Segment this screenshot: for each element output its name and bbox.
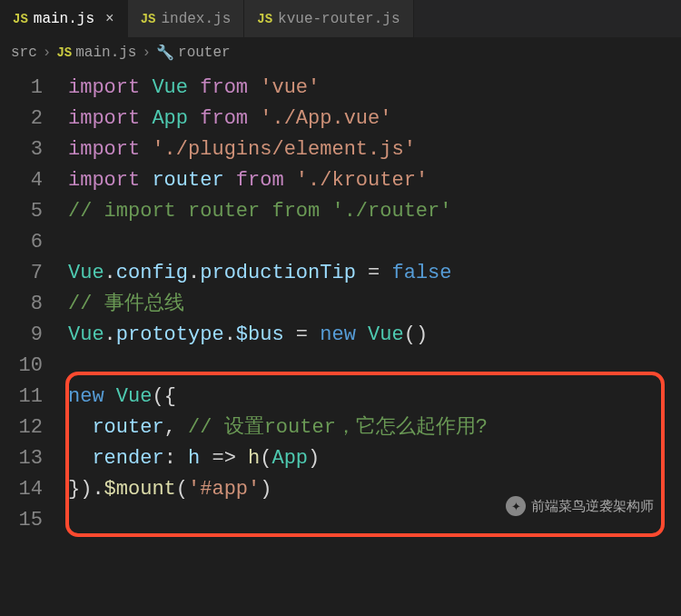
breadcrumb-symbol[interactable]: router bbox=[178, 45, 231, 61]
tab-label: kvue-router.js bbox=[278, 11, 400, 27]
line-number: 4 bbox=[0, 165, 50, 196]
line-number: 12 bbox=[0, 412, 50, 443]
code-line: 13 render: h => h(App) bbox=[0, 443, 681, 474]
line-number: 6 bbox=[0, 227, 50, 258]
code-line: 4import router from './krouter' bbox=[0, 165, 681, 196]
code-line: 12 router, // 设置router，它怎么起作用? bbox=[0, 412, 681, 443]
line-number: 9 bbox=[0, 320, 50, 351]
line-number: 5 bbox=[0, 196, 50, 227]
chevron-right-icon: › bbox=[43, 45, 52, 61]
line-number: 1 bbox=[0, 73, 50, 104]
line-number: 7 bbox=[0, 258, 50, 289]
close-icon[interactable]: × bbox=[105, 11, 114, 27]
breadcrumb-folder[interactable]: src bbox=[11, 45, 37, 61]
code-line: 9Vue.prototype.$bus = new Vue() bbox=[0, 320, 681, 351]
code-editor[interactable]: 1import Vue from 'vue' 2import App from … bbox=[0, 67, 681, 541]
tab-main-js[interactable]: JS main.js × bbox=[0, 0, 128, 37]
line-number: 13 bbox=[0, 443, 50, 474]
code-line: 8// 事件总线 bbox=[0, 289, 681, 320]
breadcrumb-file[interactable]: main.js bbox=[75, 45, 136, 61]
js-icon: JS bbox=[141, 12, 156, 26]
tab-index-js[interactable]: JS index.js bbox=[128, 0, 245, 37]
line-number: 8 bbox=[0, 289, 50, 320]
code-line: 1import Vue from 'vue' bbox=[0, 73, 681, 104]
breadcrumb: src › JS main.js › 🔧 router bbox=[0, 38, 681, 67]
wechat-icon: ✦ bbox=[506, 496, 526, 516]
code-line: 11new Vue({ bbox=[0, 382, 681, 412]
tab-kvue-router-js[interactable]: JS kvue-router.js bbox=[244, 0, 413, 37]
code-line: 7Vue.config.productionTip = false bbox=[0, 258, 681, 289]
line-number: 2 bbox=[0, 104, 50, 134]
line-number: 10 bbox=[0, 351, 50, 382]
wrench-icon: 🔧 bbox=[156, 44, 174, 62]
code-line: 3import './plugins/element.js' bbox=[0, 134, 681, 165]
code-line: 5// import router from './router' bbox=[0, 196, 681, 227]
js-icon: JS bbox=[56, 45, 72, 60]
tab-bar: JS main.js × JS index.js JS kvue-router.… bbox=[0, 0, 681, 38]
chevron-right-icon: › bbox=[142, 45, 151, 61]
line-number: 14 bbox=[0, 474, 50, 505]
code-line: 2import App from './App.vue' bbox=[0, 104, 681, 134]
js-icon: JS bbox=[257, 12, 272, 26]
tab-label: main.js bbox=[34, 11, 94, 27]
watermark: ✦ 前端菜鸟逆袭架构师 bbox=[506, 496, 654, 516]
line-number: 15 bbox=[0, 505, 50, 536]
line-number: 3 bbox=[0, 134, 50, 165]
tab-label: index.js bbox=[161, 11, 231, 27]
line-number: 11 bbox=[0, 382, 50, 412]
js-icon: JS bbox=[13, 12, 28, 26]
watermark-text: 前端菜鸟逆袭架构师 bbox=[531, 498, 654, 515]
code-line: 6 bbox=[0, 227, 681, 258]
code-line: 10 bbox=[0, 351, 681, 382]
